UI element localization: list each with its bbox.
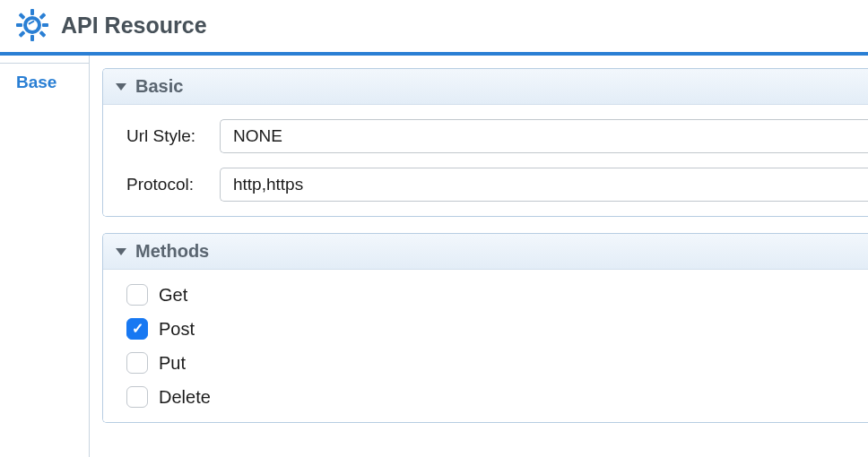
main-panel: Basic Url Style: Protocol: Methods: [90, 56, 868, 457]
checkbox-get-label: Get: [159, 285, 187, 306]
tab-base[interactable]: Base: [0, 63, 89, 102]
section-basic-header[interactable]: Basic: [103, 69, 868, 105]
svg-rect-6: [19, 13, 26, 20]
url-style-label: Url Style:: [126, 126, 220, 146]
page-header: API Resource: [0, 0, 868, 56]
section-methods: Methods Get ✓ Post Put: [102, 233, 868, 423]
svg-rect-9: [39, 13, 47, 20]
section-basic-title: Basic: [135, 76, 183, 97]
checkbox-delete-label: Delete: [159, 387, 211, 408]
gear-icon: [16, 9, 48, 41]
section-methods-title: Methods: [135, 241, 209, 262]
chevron-down-icon: [116, 83, 126, 91]
tabs-rail: Base: [0, 56, 90, 457]
svg-rect-8: [19, 30, 26, 38]
protocol-input[interactable]: [220, 168, 868, 202]
checkbox-icon: [126, 352, 148, 374]
checkbox-checked-icon: ✓: [126, 318, 148, 340]
section-basic-body: Url Style: Protocol:: [103, 105, 868, 216]
checkbox-delete[interactable]: Delete: [126, 386, 868, 408]
svg-rect-7: [39, 30, 47, 38]
svg-rect-4: [16, 23, 22, 27]
svg-rect-5: [42, 23, 48, 27]
section-methods-body: Get ✓ Post Put Delete: [103, 270, 868, 422]
checkbox-post-label: Post: [159, 319, 195, 340]
section-methods-header[interactable]: Methods: [103, 234, 868, 270]
row-protocol: Protocol:: [126, 168, 868, 202]
section-basic: Basic Url Style: Protocol:: [102, 68, 868, 217]
checkbox-icon: [126, 284, 148, 306]
protocol-label: Protocol:: [126, 175, 220, 194]
checkbox-get[interactable]: Get: [126, 284, 868, 306]
checkbox-icon: [126, 386, 148, 408]
page-title: API Resource: [61, 13, 207, 39]
chevron-down-icon: [116, 248, 126, 255]
content-wrapper: Base Basic Url Style: Protocol:: [0, 56, 868, 457]
checkbox-post[interactable]: ✓ Post: [126, 318, 868, 340]
checkbox-put-label: Put: [159, 353, 186, 374]
checkbox-put[interactable]: Put: [126, 352, 868, 374]
row-url-style: Url Style:: [126, 119, 868, 153]
svg-rect-3: [30, 35, 34, 41]
svg-rect-2: [30, 9, 34, 15]
url-style-input[interactable]: [220, 119, 868, 153]
